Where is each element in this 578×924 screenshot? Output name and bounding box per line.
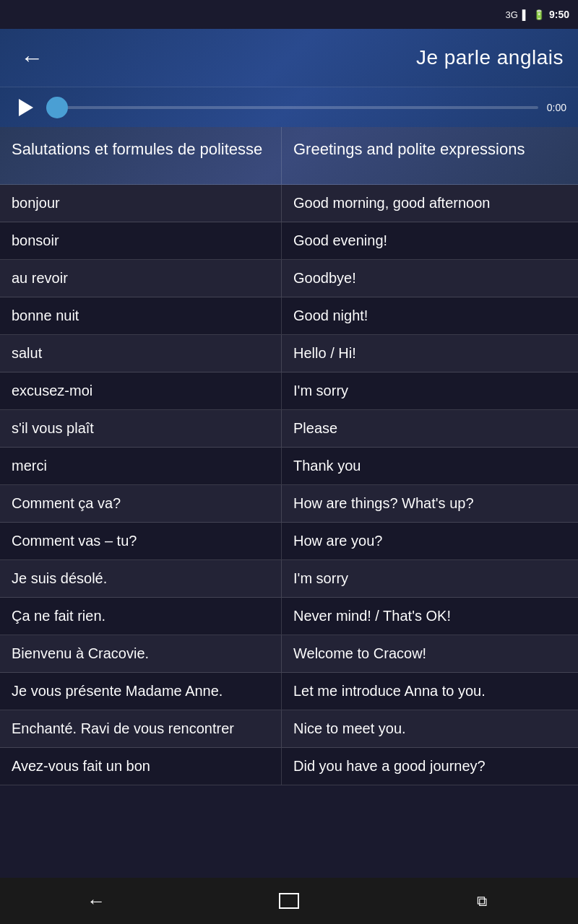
vocab-scroll-area[interactable]: Salutations et formules de politesseGree… xyxy=(0,127,578,924)
table-row[interactable]: merciThank you xyxy=(0,448,578,485)
vocab-table: Salutations et formules de politesseGree… xyxy=(0,127,578,785)
nav-home-icon xyxy=(279,893,299,909)
cell-french: salut xyxy=(0,335,282,372)
cell-english: Greetings and polite expressions xyxy=(282,127,578,184)
main-content: 3G ▌ 🔋 9:50 ← Je parle anglais 0:00 Salu… xyxy=(0,0,578,924)
table-row[interactable]: Comment vas – tu?How are you? xyxy=(0,523,578,560)
cell-english: I'm sorry xyxy=(282,560,578,597)
table-row[interactable]: au revoirGoodbye! xyxy=(0,260,578,297)
cell-english: Hello / Hi! xyxy=(282,335,578,372)
signal-bars-icon: ▌ xyxy=(522,9,529,20)
table-row[interactable]: bonjourGood morning, good afternoon xyxy=(0,185,578,222)
cell-french: bonjour xyxy=(0,185,282,222)
cell-french: Ça ne fait rien. xyxy=(0,598,282,635)
cell-english: I'm sorry xyxy=(282,372,578,409)
table-row[interactable]: Bienvenu à Cracovie.Welcome to Cracow! xyxy=(0,635,578,673)
cell-english: Good evening! xyxy=(282,222,578,259)
cell-english: Please xyxy=(282,410,578,447)
cell-english: Nice to meet you. xyxy=(282,710,578,747)
play-button[interactable] xyxy=(12,95,38,121)
cell-french: Je vous présente Madame Anne. xyxy=(0,673,282,710)
cell-english: Let me introduce Anna to you. xyxy=(282,673,578,710)
cell-french: bonne nuit xyxy=(0,297,282,334)
table-row[interactable]: Je vous présente Madame Anne.Let me intr… xyxy=(0,673,578,710)
cell-english: Thank you xyxy=(282,448,578,484)
table-row[interactable]: salutHello / Hi! xyxy=(0,335,578,372)
table-row[interactable]: Enchanté. Ravi de vous rencontrerNice to… xyxy=(0,710,578,748)
app-title: Je parle anglais xyxy=(49,46,564,69)
cell-english: Goodbye! xyxy=(282,260,578,297)
cell-french: au revoir xyxy=(0,260,282,297)
cell-english: Good morning, good afternoon xyxy=(282,185,578,222)
cell-english: Never mind! / That's OK! xyxy=(282,598,578,635)
table-row[interactable]: bonsoirGood evening! xyxy=(0,222,578,260)
nav-back-icon: ← xyxy=(87,890,105,912)
table-row[interactable]: Comment ça va?How are things? What's up? xyxy=(0,485,578,523)
audio-player: 0:00 xyxy=(0,87,578,127)
battery-icon: 🔋 xyxy=(533,9,545,20)
cell-english: Good night! xyxy=(282,297,578,334)
cell-english: How are things? What's up? xyxy=(282,485,578,522)
back-arrow-icon: ← xyxy=(20,46,43,69)
cell-french: Comment vas – tu? xyxy=(0,523,282,559)
signal-icon: 3G xyxy=(505,9,517,20)
table-row[interactable]: excusez-moiI'm sorry xyxy=(0,372,578,410)
cell-english: How are you? xyxy=(282,523,578,559)
nav-recents-button[interactable]: ⧉ xyxy=(453,884,511,918)
cell-english: Welcome to Cracow! xyxy=(282,635,578,672)
status-time: 9:50 xyxy=(549,9,569,20)
cell-french: merci xyxy=(0,448,282,484)
progress-bar[interactable] xyxy=(46,106,538,109)
table-row[interactable]: Je suis désolé.I'm sorry xyxy=(0,560,578,598)
table-row[interactable]: bonne nuitGood night! xyxy=(0,297,578,335)
back-button[interactable]: ← xyxy=(14,40,49,75)
nav-recents-icon: ⧉ xyxy=(477,893,487,910)
cell-french: Comment ça va? xyxy=(0,485,282,522)
nav-bar: ← ⧉ xyxy=(0,878,578,924)
cell-french: Salutations et formules de politesse xyxy=(0,127,282,184)
cell-french: excusez-moi xyxy=(0,372,282,409)
cell-french: bonsoir xyxy=(0,222,282,259)
cell-french: Je suis désolé. xyxy=(0,560,282,597)
play-icon xyxy=(19,99,33,116)
status-bar: 3G ▌ 🔋 9:50 xyxy=(0,0,578,29)
cell-french: s'il vous plaît xyxy=(0,410,282,447)
progress-indicator xyxy=(46,97,68,118)
cell-french: Bienvenu à Cracovie. xyxy=(0,635,282,672)
nav-back-button[interactable]: ← xyxy=(67,884,125,918)
table-row[interactable]: Avez-vous fait un bonDid you have a good… xyxy=(0,748,578,785)
table-row[interactable]: Salutations et formules de politesseGree… xyxy=(0,127,578,185)
toolbar: ← Je parle anglais xyxy=(0,29,578,87)
table-row[interactable]: Ça ne fait rien.Never mind! / That's OK! xyxy=(0,598,578,635)
cell-english: Did you have a good journey? xyxy=(282,748,578,785)
cell-french: Enchanté. Ravi de vous rencontrer xyxy=(0,710,282,747)
time-display: 0:00 xyxy=(547,102,566,113)
cell-french: Avez-vous fait un bon xyxy=(0,748,282,785)
table-row[interactable]: s'il vous plaîtPlease xyxy=(0,410,578,448)
nav-home-button[interactable] xyxy=(260,884,318,918)
